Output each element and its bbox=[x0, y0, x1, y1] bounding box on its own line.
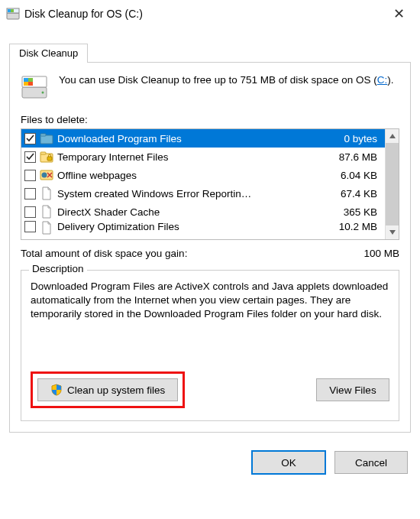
intro-text: You can use Disk Cleanup to free up to 7… bbox=[59, 73, 394, 103]
file-size: 0 bytes bbox=[344, 133, 382, 144]
clean-system-files-label: Clean up system files bbox=[67, 384, 165, 396]
shield-icon bbox=[50, 384, 63, 396]
titlebar: Disk Cleanup for OS (C:) ✕ bbox=[0, 0, 420, 28]
file-checkbox[interactable] bbox=[24, 151, 36, 163]
file-row[interactable]: Downloaded Program Files0 bytes bbox=[21, 129, 385, 148]
scroll-down-button[interactable] bbox=[386, 225, 399, 239]
view-files-label: View Files bbox=[329, 384, 376, 396]
svg-rect-7 bbox=[24, 78, 28, 82]
svg-point-5 bbox=[42, 92, 44, 94]
file-checkbox[interactable] bbox=[24, 188, 36, 199]
file-name: Offline webpages bbox=[57, 170, 337, 181]
svg-point-17 bbox=[42, 173, 47, 178]
svg-rect-9 bbox=[24, 82, 28, 86]
tab-disk-cleanup[interactable]: Disk Cleanup bbox=[9, 44, 88, 63]
folder-dl-icon bbox=[40, 131, 53, 145]
description-legend: Description bbox=[29, 263, 87, 274]
file-size: 10.2 MB bbox=[339, 221, 382, 232]
file-icon bbox=[40, 187, 53, 200]
scrollbar[interactable] bbox=[385, 129, 399, 239]
svg-rect-11 bbox=[40, 135, 53, 144]
highlight-box: Clean up system files bbox=[31, 371, 185, 408]
file-name: Temporary Internet Files bbox=[57, 151, 335, 163]
file-checkbox[interactable] bbox=[24, 221, 36, 232]
files-to-delete-label: Files to delete: bbox=[21, 114, 399, 125]
drive-icon bbox=[21, 73, 48, 103]
file-checkbox[interactable] bbox=[24, 206, 36, 218]
file-name: System created Windows Error Reportin… bbox=[57, 188, 337, 199]
intro-post: ). bbox=[387, 74, 393, 86]
file-row[interactable]: Temporary Internet Files87.6 MB bbox=[21, 148, 385, 166]
svg-rect-15 bbox=[47, 157, 52, 161]
file-checkbox[interactable] bbox=[24, 170, 36, 181]
intro-block: You can use Disk Cleanup to free up to 7… bbox=[21, 73, 399, 103]
clean-system-files-button[interactable]: Clean up system files bbox=[37, 378, 178, 401]
file-name: Delivery Optimization Files bbox=[57, 221, 335, 232]
file-size: 67.4 KB bbox=[341, 188, 382, 199]
svg-rect-2 bbox=[8, 9, 11, 12]
svg-rect-14 bbox=[40, 152, 46, 154]
svg-marker-18 bbox=[389, 134, 396, 138]
file-size: 365 KB bbox=[344, 206, 382, 218]
svg-rect-10 bbox=[28, 82, 33, 86]
svg-rect-12 bbox=[40, 134, 46, 136]
total-value: 100 MB bbox=[363, 248, 399, 259]
scroll-up-button[interactable] bbox=[386, 129, 399, 143]
intro-pre: You can use Disk Cleanup to free up to 7… bbox=[59, 74, 377, 86]
window-title: Disk Cleanup for OS (C:) bbox=[24, 8, 383, 20]
close-icon: ✕ bbox=[393, 5, 405, 22]
tab-strip: Disk Cleanup bbox=[9, 43, 411, 62]
drive-link[interactable]: C: bbox=[377, 74, 388, 86]
file-row[interactable]: Delivery Optimization Files10.2 MB bbox=[21, 221, 385, 236]
file-name: Downloaded Program Files bbox=[57, 133, 340, 144]
file-row[interactable]: Offline webpages6.04 KB bbox=[21, 166, 385, 184]
file-icon bbox=[40, 221, 53, 235]
file-size: 87.6 MB bbox=[339, 151, 382, 163]
file-size: 6.04 KB bbox=[341, 170, 382, 181]
lock-folder-icon bbox=[40, 150, 53, 164]
ok-label: OK bbox=[281, 457, 296, 469]
svg-rect-0 bbox=[7, 13, 19, 19]
svg-rect-3 bbox=[11, 9, 14, 12]
file-row[interactable]: DirectX Shader Cache365 KB bbox=[21, 203, 385, 221]
tab-label: Disk Cleanup bbox=[19, 47, 78, 59]
svg-rect-8 bbox=[28, 78, 33, 82]
total-label: Total amount of disk space you gain: bbox=[21, 248, 187, 259]
svg-marker-19 bbox=[389, 230, 396, 235]
file-row[interactable]: System created Windows Error Reportin…67… bbox=[21, 184, 385, 203]
description-text: Downloaded Program Files are ActiveX con… bbox=[31, 280, 389, 353]
close-button[interactable]: ✕ bbox=[383, 2, 414, 26]
view-files-button[interactable]: View Files bbox=[316, 378, 389, 401]
file-list[interactable]: Downloaded Program Files0 bytesTemporary… bbox=[21, 128, 399, 240]
file-name: DirectX Shader Cache bbox=[57, 206, 340, 218]
cancel-button[interactable]: Cancel bbox=[334, 451, 408, 474]
ok-button[interactable]: OK bbox=[252, 451, 325, 474]
scroll-thumb[interactable] bbox=[386, 143, 399, 225]
drive-icon-small bbox=[6, 7, 20, 21]
offline-icon bbox=[40, 168, 53, 182]
file-icon bbox=[40, 205, 53, 219]
cancel-label: Cancel bbox=[355, 457, 387, 469]
description-group: Description Downloaded Program Files are… bbox=[21, 270, 399, 421]
file-checkbox[interactable] bbox=[24, 133, 36, 144]
